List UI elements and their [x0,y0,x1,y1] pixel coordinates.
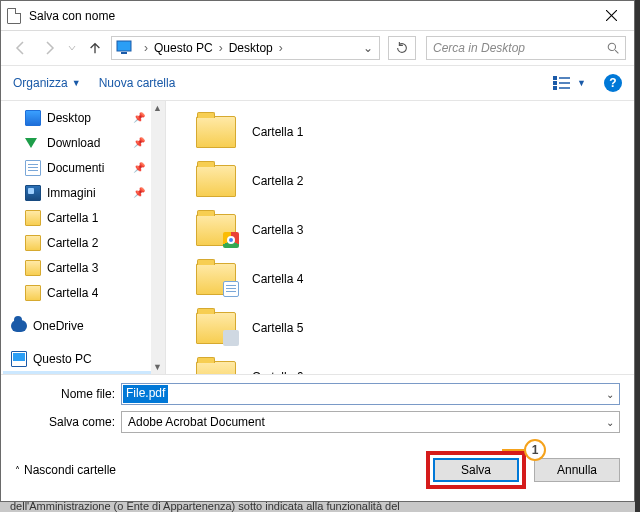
file-name: Cartella 6 [252,370,303,375]
chrome-icon [223,232,239,248]
filetype-label: Salva come: [15,415,121,429]
pin-icon: 📌 [133,137,145,148]
nav-row: › Questo PC › Desktop › ⌄ [1,31,634,65]
save-as-dialog: Salva con nome › Questo PC › Desktop › ⌄ [0,0,635,502]
file-row[interactable]: Cartella 1 [176,107,624,156]
breadcrumb-pc[interactable]: Questo PC [152,41,215,55]
file-row[interactable]: Cartella 4 [176,254,624,303]
file-row[interactable]: Cartella 2 [176,156,624,205]
filetype-combo[interactable]: Adobe Acrobat Document ⌄ [121,411,620,433]
recent-button[interactable] [65,36,79,60]
svg-rect-3 [121,52,127,54]
tree-label: OneDrive [33,319,84,333]
hide-folders-button[interactable]: ˄ Nascondi cartelle [15,463,116,477]
folder-icon [25,235,41,251]
svg-line-5 [615,50,618,53]
pc-icon [116,40,136,56]
filename-label: Nome file: [15,387,121,401]
view-mode-button[interactable] [553,74,571,92]
search-input[interactable] [427,41,601,55]
folder-icon [196,361,236,375]
tree-label: Cartella 4 [47,286,98,300]
chevron-down-icon[interactable]: ⌄ [359,41,379,55]
download-icon [25,135,41,151]
svg-point-4 [608,43,615,50]
cancel-button[interactable]: Annulla [534,458,620,482]
tree-folder-1[interactable]: Cartella 1 [3,205,163,230]
arrow-up-icon [88,41,102,55]
chevron-down-icon [68,44,76,52]
file-name: Cartella 1 [252,125,303,139]
organize-button[interactable]: Organizza ▼ [13,76,81,90]
svg-rect-8 [553,86,557,90]
filename-combo[interactable]: File.pdf ⌄ [121,383,620,405]
nav-tree: Desktop📌 Download📌 Documenti📌 Immagini📌 … [1,101,166,374]
close-icon [606,10,617,21]
search-icon [601,42,625,55]
filename-value-selected: File.pdf [123,385,168,403]
tree-onedrive[interactable]: OneDrive [3,313,163,338]
chevron-right-icon: › [275,41,287,55]
form-area: Nome file: File.pdf ⌄ Salva come: Adobe … [1,375,634,445]
tree-label: Cartella 3 [47,261,98,275]
chevron-down-icon[interactable]: ⌄ [601,389,619,400]
window-title: Salva con nome [29,9,588,23]
close-button[interactable] [588,1,634,31]
tree-label: Immagini [47,186,96,200]
help-button[interactable]: ? [604,74,622,92]
back-button[interactable] [9,36,33,60]
toolbar: Organizza ▼ Nuova cartella ▼ ? [1,65,634,101]
pin-icon: 📌 [133,112,145,123]
file-row[interactable]: Cartella 3 [176,205,624,254]
tree-scrollbar[interactable] [151,101,165,374]
folder-icon [196,214,236,246]
tree-label: Download [47,136,100,150]
folder-icon [196,263,236,295]
forward-button[interactable] [37,36,61,60]
tree-folder-2[interactable]: Cartella 2 [3,230,163,255]
tree-label: Questo PC [33,352,92,366]
cloud-icon [11,318,27,334]
save-button[interactable]: Salva [433,458,519,482]
up-button[interactable] [83,36,107,60]
tree-thispc[interactable]: Questo PC [3,346,163,371]
file-name: Cartella 3 [252,223,303,237]
desktop-icon [25,110,41,126]
gear-icon [223,330,239,346]
search-box[interactable] [426,36,626,60]
folder-icon [25,285,41,301]
breadcrumb[interactable]: › Questo PC › Desktop › ⌄ [111,36,380,60]
chevron-down-icon[interactable]: ▼ [577,78,586,88]
tree-label: Cartella 2 [47,236,98,250]
tree-documents[interactable]: Documenti📌 [3,155,163,180]
pictures-icon [25,185,41,201]
pc-icon [11,351,27,367]
chevron-down-icon[interactable]: ⌄ [601,417,619,428]
chevron-right-icon: › [140,41,152,55]
tree-label: Documenti [47,161,104,175]
tree-downloads[interactable]: Download📌 [3,130,163,155]
svg-rect-7 [553,81,557,85]
arrow-right-icon [41,40,57,56]
tree-desktop-2[interactable]: Desktop [3,371,163,374]
file-row[interactable]: Cartella 5 [176,303,624,352]
tree-label: Cartella 1 [47,211,98,225]
new-folder-button[interactable]: Nuova cartella [99,76,176,90]
tree-pictures[interactable]: Immagini📌 [3,180,163,205]
tree-folder-3[interactable]: Cartella 3 [3,255,163,280]
file-name: Cartella 4 [252,272,303,286]
annotation-step-number: 1 [524,439,546,461]
arrow-left-icon [13,40,29,56]
pin-icon: 📌 [133,162,145,173]
file-list: Cartella 1 Cartella 2 Cartella 3 Cartell… [166,101,634,374]
breadcrumb-desktop[interactable]: Desktop [227,41,275,55]
refresh-icon [395,41,409,55]
svg-rect-2 [117,41,131,51]
refresh-button[interactable] [388,36,416,60]
tree-folder-4[interactable]: Cartella 4 [3,280,163,305]
tree-desktop[interactable]: Desktop📌 [3,105,163,130]
filename-input[interactable] [122,387,601,401]
chevron-right-icon: › [215,41,227,55]
file-row[interactable]: Cartella 6 [176,352,624,374]
pin-icon: 📌 [133,187,145,198]
